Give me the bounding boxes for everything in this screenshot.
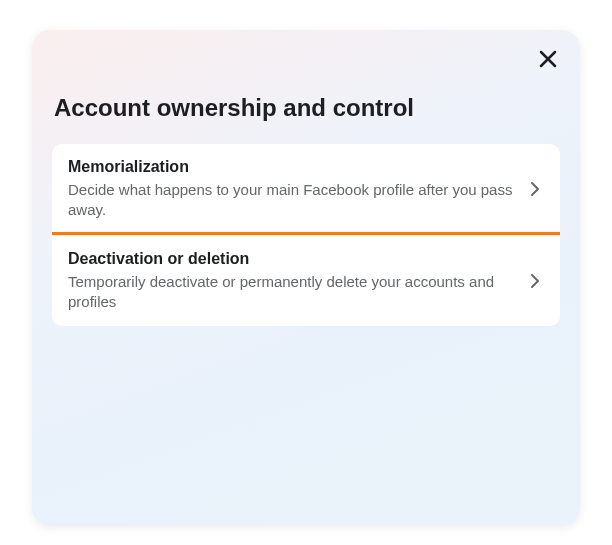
option-content: Deactivation or deletion Temporarily dea… bbox=[68, 250, 526, 313]
option-title: Memorialization bbox=[68, 158, 516, 176]
options-list: Memorialization Decide what happens to y… bbox=[52, 144, 560, 326]
chevron-right-icon bbox=[526, 272, 544, 290]
option-description: Decide what happens to your main Faceboo… bbox=[68, 180, 516, 221]
option-memorialization[interactable]: Memorialization Decide what happens to y… bbox=[52, 144, 560, 235]
option-deactivation-deletion[interactable]: Deactivation or deletion Temporarily dea… bbox=[52, 235, 560, 327]
close-button[interactable] bbox=[534, 46, 562, 74]
page-title: Account ownership and control bbox=[52, 94, 560, 122]
option-content: Memorialization Decide what happens to y… bbox=[68, 158, 526, 221]
account-control-modal: Account ownership and control Memorializ… bbox=[32, 30, 580, 526]
close-icon bbox=[537, 48, 559, 73]
option-description: Temporarily deactivate or permanently de… bbox=[68, 272, 516, 313]
option-title: Deactivation or deletion bbox=[68, 250, 516, 268]
chevron-right-icon bbox=[526, 180, 544, 198]
